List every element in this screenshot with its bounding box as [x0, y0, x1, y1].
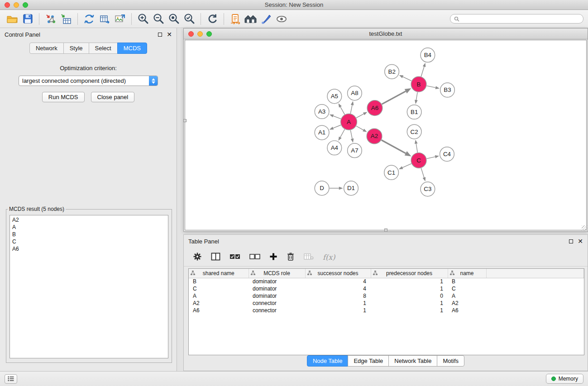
- graph-edge[interactable]: [421, 67, 424, 76]
- search-field[interactable]: [450, 14, 583, 24]
- graph-edge[interactable]: [350, 105, 352, 114]
- column-header-shared-name[interactable]: shared name: [189, 269, 249, 278]
- column-header-predecessor-nodes[interactable]: predecessor nodes: [371, 269, 448, 278]
- graph-node-label: A1: [318, 129, 325, 136]
- column-header-name[interactable]: name: [448, 269, 486, 278]
- resize-grip[interactable]: [384, 229, 387, 232]
- dropdown-stepper-icon[interactable]: [149, 76, 158, 86]
- close-panel-icon[interactable]: ✕: [578, 238, 583, 244]
- tab-edge-table[interactable]: Edge Table: [348, 355, 389, 367]
- float-panel-icon[interactable]: [158, 33, 162, 37]
- refresh-button[interactable]: [205, 12, 220, 26]
- show-hide-button[interactable]: [274, 12, 289, 26]
- list-item[interactable]: A6: [12, 245, 166, 253]
- close-panel-button[interactable]: Close panel: [91, 92, 135, 102]
- function-builder-button[interactable]: f(x): [323, 253, 335, 262]
- resize-corner[interactable]: [582, 225, 587, 231]
- memory-button[interactable]: Memory: [546, 374, 583, 384]
- column-layout-button[interactable]: [211, 253, 220, 262]
- graph-edge[interactable]: [340, 107, 344, 114]
- graph-edge[interactable]: [333, 116, 341, 119]
- edge-arrow-icon: [339, 103, 342, 107]
- search-input[interactable]: [462, 16, 579, 22]
- run-mcds-button[interactable]: Run MCDS: [42, 92, 85, 102]
- edge-arrow-icon: [330, 127, 334, 129]
- list-item[interactable]: B: [12, 231, 166, 238]
- style-brush-icon: [260, 13, 272, 25]
- tab-select[interactable]: Select: [89, 43, 118, 54]
- mcds-result-list[interactable]: A2ABCA6: [10, 215, 168, 358]
- tab-network-table[interactable]: Network Table: [388, 355, 437, 367]
- table-row[interactable]: A2connector11A2: [189, 300, 584, 307]
- edge-arrow-icon: [338, 137, 341, 141]
- graph-edge[interactable]: [333, 125, 341, 128]
- zoom-fit-button[interactable]: [166, 12, 182, 26]
- list-item[interactable]: C: [12, 238, 166, 245]
- add-column-button[interactable]: [269, 253, 277, 262]
- node-table[interactable]: shared name MCDS role successor nodes pr…: [188, 268, 584, 355]
- table-row[interactable]: Adominator80A: [189, 292, 584, 300]
- graph-edge[interactable]: [382, 91, 406, 104]
- unselect-all-columns-button[interactable]: [249, 253, 260, 261]
- open-folder-icon: [6, 13, 18, 25]
- table-row[interactable]: A6connector11A6: [189, 307, 584, 314]
- search-icon: [454, 16, 459, 22]
- edge-arrow-icon: [330, 114, 334, 117]
- first-neighbors-button[interactable]: [228, 12, 243, 26]
- graph-edge[interactable]: [356, 126, 363, 130]
- graph-edge[interactable]: [427, 86, 436, 88]
- table-row[interactable]: Bdominator41B: [189, 278, 584, 285]
- style-brush-button[interactable]: [258, 12, 274, 26]
- graph-edge[interactable]: [340, 129, 345, 138]
- graph-edge[interactable]: [356, 114, 363, 118]
- window-title: Session: New Session: [0, 1, 588, 8]
- edge-arrow-icon: [415, 100, 418, 104]
- select-all-columns-button[interactable]: [229, 253, 240, 261]
- network-graph[interactable]: AA6A2BCA5A8A3A1A4A7B2B4B3B1C2C4C1C3DD1: [185, 40, 586, 230]
- task-history-button[interactable]: [5, 374, 17, 384]
- network-canvas[interactable]: AA6A2BCA5A8A3A1A4A7B2B4B3B1C2C4C1C3DD1: [185, 40, 587, 230]
- graph-edge[interactable]: [350, 130, 352, 139]
- import-network-button[interactable]: [43, 12, 58, 26]
- graph-edge[interactable]: [426, 157, 435, 158]
- import-table-button[interactable]: [58, 12, 74, 26]
- graph-edge[interactable]: [403, 77, 411, 81]
- zoom-in-button[interactable]: [135, 12, 151, 26]
- gear-icon: [193, 252, 202, 261]
- open-session-button[interactable]: [5, 12, 20, 26]
- tab-network[interactable]: Network: [29, 43, 64, 54]
- column-header-mcds-role[interactable]: MCDS role: [249, 269, 305, 278]
- tab-mcds[interactable]: MCDS: [117, 43, 147, 54]
- zoom-selected-button[interactable]: [182, 12, 197, 26]
- float-panel-icon[interactable]: [569, 239, 573, 243]
- column-header-successor-nodes[interactable]: successor nodes: [305, 269, 371, 278]
- graph-edge[interactable]: [416, 92, 417, 100]
- graph-edge[interactable]: [421, 168, 424, 177]
- save-session-button[interactable]: [20, 12, 35, 26]
- edge-arrow-icon: [435, 86, 440, 89]
- table-settings-button[interactable]: [193, 252, 202, 262]
- table-row[interactable]: Cdominator41C: [189, 285, 584, 292]
- graph-edge[interactable]: [382, 140, 406, 153]
- list-item[interactable]: A2: [12, 216, 166, 224]
- home-views-button[interactable]: [243, 12, 258, 26]
- close-panel-icon[interactable]: ✕: [167, 31, 172, 38]
- tab-motifs[interactable]: Motifs: [437, 355, 464, 367]
- graph-node-label: C4: [443, 151, 451, 157]
- graph-edge[interactable]: [402, 164, 411, 168]
- delete-column-button[interactable]: [287, 252, 295, 262]
- network-window-titlebar[interactable]: testGlobe.txt: [184, 29, 588, 39]
- export-image-button[interactable]: [112, 12, 128, 26]
- table-from-url-button[interactable]: [97, 12, 112, 26]
- tab-style[interactable]: Style: [63, 43, 89, 54]
- graph-edge[interactable]: [416, 143, 417, 152]
- list-item[interactable]: A: [12, 224, 166, 231]
- network-from-url-button[interactable]: [81, 12, 97, 26]
- optimization-criterion-dropdown[interactable]: largest connected component (directed): [19, 76, 158, 86]
- tab-node-table[interactable]: Node Table: [307, 355, 349, 367]
- list-icon: [8, 376, 14, 381]
- resize-grip[interactable]: [183, 119, 186, 122]
- main-toolbar: [0, 10, 588, 28]
- zoom-out-button[interactable]: [151, 12, 166, 26]
- column-type-icon: [191, 271, 195, 277]
